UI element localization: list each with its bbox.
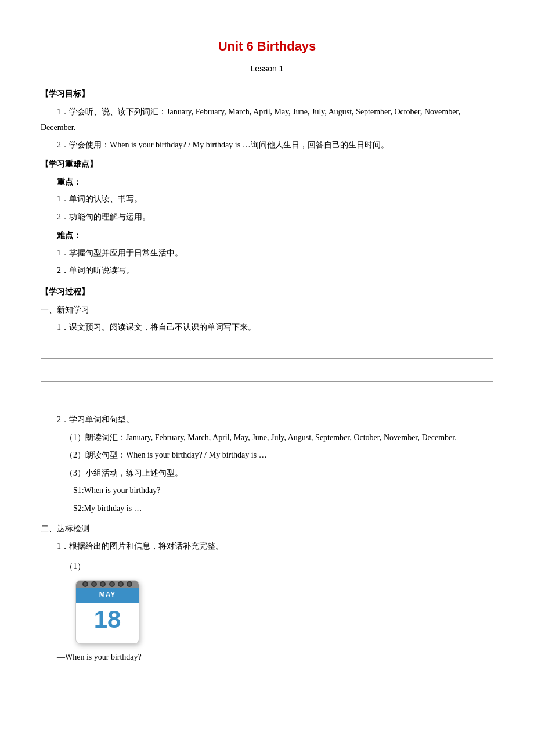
page-title: Unit 6 Birthdays [41, 35, 493, 58]
part2-label: 二、达标检测 [41, 521, 493, 537]
page-container: Unit 6 Birthdays Lesson 1 【学习目标】 1．学会听、说… [41, 35, 493, 665]
preview-label: 1．课文预习。阅读课文，将自己不认识的单词写下来。 [57, 320, 493, 336]
key-label: 重点： [57, 175, 493, 189]
ring-6 [127, 581, 132, 587]
write-line-3[interactable] [41, 389, 493, 405]
key-2: 2．功能句的理解与运用。 [57, 210, 493, 225]
ring-5 [118, 581, 124, 587]
lesson-title: Lesson 1 [41, 62, 493, 76]
goal-1: 1．学会听、说、读下列词汇：January, February, March, … [41, 105, 493, 135]
ex1-sub: （1） [65, 559, 493, 575]
process-header: 【学习过程】 [41, 285, 493, 299]
read-sentence: （2）朗读句型：When is your birthday? / My birt… [65, 448, 493, 463]
difficult-1: 1．掌握句型并应用于日常生活中。 [57, 246, 493, 261]
calendar-rings [76, 581, 139, 588]
difficult-2: 2．单词的听说读写。 [57, 263, 493, 279]
ring-4 [109, 581, 115, 587]
ring-3 [100, 581, 106, 587]
s2-text: S2:My birthday is … [73, 501, 493, 517]
goal-2: 2．学会使用：When is your birthday? / My birth… [41, 138, 493, 153]
ring-1 [82, 581, 88, 587]
group-activity: （3）小组活动，练习上述句型。 [65, 466, 493, 481]
calendar-month: MAY [76, 588, 139, 603]
key-points-header: 【学习重难点】 [41, 157, 493, 171]
exercise1-label: 1．根据给出的图片和信息，将对话补充完整。 [57, 539, 493, 555]
read-vocab: （1）朗读词汇：January, February, March, April,… [65, 430, 493, 446]
s1-text: S1:When is your birthday? [73, 483, 493, 499]
write-line-1[interactable] [41, 343, 493, 359]
calendar-day: 18 [76, 607, 139, 632]
study-label: 2．学习单词和句型。 [57, 412, 493, 428]
key-1: 1．单词的认读、书写。 [57, 192, 493, 207]
learning-goals-header: 【学习目标】 [41, 87, 493, 101]
calendar-image: MAY 18 [75, 580, 139, 644]
write-line-2[interactable] [41, 366, 493, 382]
difficult-label: 难点： [57, 228, 493, 243]
question-1: —When is your birthday? [57, 650, 493, 665]
part1-label: 一、新知学习 [41, 303, 493, 318]
ring-2 [91, 581, 97, 587]
calendar-body: 18 [76, 603, 139, 636]
